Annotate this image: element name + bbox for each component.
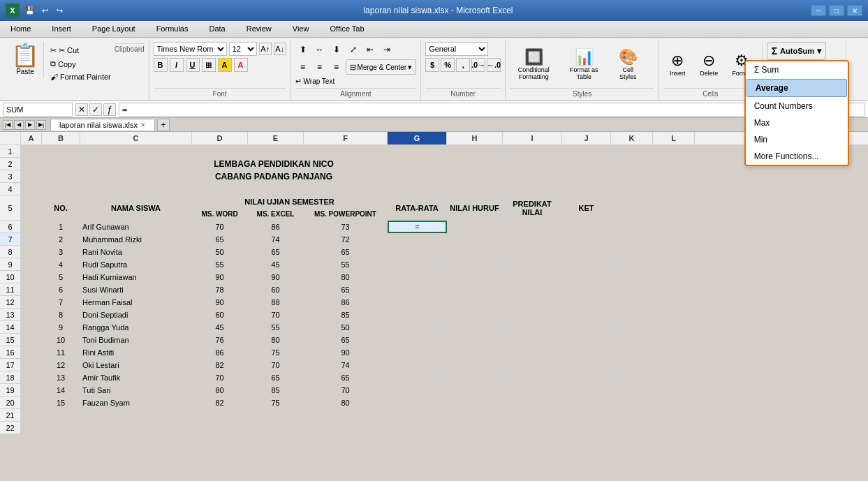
row-header-8[interactable]: 8 (0, 246, 20, 258)
cell-J11[interactable] (562, 271, 611, 283)
orient-btn[interactable]: ⤢ (346, 42, 361, 57)
row-header-18[interactable]: 18 (0, 371, 20, 384)
bold-btn[interactable]: B (154, 58, 168, 72)
cell-G21[interactable] (388, 397, 447, 409)
sheet-tab-close[interactable]: ✕ (140, 121, 146, 128)
cell-D16[interactable]: 76 (192, 334, 248, 346)
cell-B2[interactable] (42, 158, 80, 170)
underline-btn[interactable]: U (186, 58, 200, 72)
cell-D8[interactable]: 65 (192, 233, 248, 246)
cell-I3[interactable] (524, 170, 583, 183)
font-grow-btn[interactable]: A↑ (259, 43, 272, 55)
copy-button[interactable]: ⧉ Copy (47, 58, 115, 70)
row-header-10[interactable]: 10 (0, 271, 20, 283)
cell-A17[interactable] (21, 346, 42, 359)
cell-F11[interactable]: 80 (304, 271, 388, 283)
cell-H2[interactable] (468, 158, 524, 170)
cell-D11[interactable]: 90 (192, 271, 248, 283)
cell-A11[interactable] (21, 271, 42, 283)
dec-decrease-btn[interactable]: ←.0 (487, 58, 501, 72)
tab-data[interactable]: Data (198, 21, 235, 37)
cell-J14[interactable] (562, 309, 611, 321)
cell-G14[interactable] (388, 309, 447, 321)
cell-D13[interactable]: 90 (192, 296, 248, 309)
cell-E19[interactable]: 65 (248, 371, 304, 384)
autosum-button[interactable]: Σ AutoSum ▾ (767, 42, 826, 60)
cell-B18[interactable]: 12 (42, 359, 80, 371)
cell-A2[interactable] (21, 158, 42, 170)
row-header-21[interactable]: 21 (0, 409, 20, 422)
col-header-I[interactable]: I (503, 132, 562, 145)
cell-J10[interactable] (562, 258, 611, 271)
tab-office[interactable]: Office Tab (319, 21, 374, 37)
row-header-3[interactable]: 3 (0, 170, 20, 183)
cell-H14[interactable] (447, 309, 503, 321)
conditional-formatting-btn[interactable]: 🔲 Conditional Formatting (510, 46, 557, 82)
cell-C4[interactable] (80, 183, 192, 195)
cell-A7[interactable] (21, 221, 42, 233)
percent-btn[interactable]: % (441, 58, 455, 72)
cell-F17[interactable]: 90 (304, 346, 388, 359)
cell-B14[interactable]: 8 (42, 309, 80, 321)
row-header-5[interactable]: 5 (0, 195, 20, 221)
cell-E9[interactable]: 65 (248, 246, 304, 258)
cell-J20[interactable] (562, 384, 611, 397)
cell-H1[interactable] (447, 145, 503, 158)
dropdown-max[interactable]: Max (746, 114, 848, 131)
cell-D12[interactable]: 78 (192, 283, 248, 296)
tab-review[interactable]: Review (236, 21, 282, 37)
col-header-D[interactable]: D (192, 132, 248, 145)
col-header-F[interactable]: F (304, 132, 388, 145)
cell-G9[interactable] (388, 246, 447, 258)
confirm-formula-btn[interactable]: ✓ (89, 103, 102, 116)
cell-D10[interactable]: 55 (192, 258, 248, 271)
cell-E15[interactable]: 55 (248, 321, 304, 334)
cell-F8[interactable]: 72 (304, 233, 388, 246)
cut-button[interactable]: ✂ ✂ Cut (47, 45, 115, 57)
cell-C12[interactable]: Susi Winarti (80, 283, 192, 296)
cell-I2[interactable] (524, 158, 583, 170)
close-btn[interactable]: ✕ (847, 5, 862, 16)
row-header-2[interactable]: 2 (0, 158, 20, 170)
tab-last-btn[interactable]: ▶| (36, 120, 46, 130)
row-header-1[interactable]: 1 (0, 145, 20, 158)
cell-E6[interactable]: MS. EXCEL (248, 208, 304, 221)
cell-J1[interactable] (562, 145, 611, 158)
cell-A12[interactable] (21, 283, 42, 296)
cell-D1[interactable] (192, 145, 248, 158)
align-middle-btn[interactable]: ↔ (312, 42, 328, 57)
cell-E20[interactable]: 85 (248, 384, 304, 397)
tab-page-layout[interactable]: Page Layout (82, 21, 146, 37)
row-header-4[interactable]: 4 (0, 183, 20, 195)
align-center-btn[interactable]: ≡ (312, 59, 328, 75)
cell-C9[interactable]: Rani Novita (80, 246, 192, 258)
cell-D18[interactable]: 82 (192, 359, 248, 371)
delete-btn[interactable]: ⊖ Delete (694, 50, 723, 79)
dropdown-average[interactable]: Average (746, 79, 847, 97)
cell-C7[interactable]: Arif Gunawan (80, 221, 192, 233)
cell-C21[interactable]: Fauzan Syam (80, 397, 192, 409)
cell-H21[interactable] (447, 397, 503, 409)
cell-D4[interactable] (192, 183, 248, 195)
cell-H16[interactable] (447, 334, 503, 346)
cell-I13[interactable] (503, 296, 562, 309)
cell-A16[interactable] (21, 334, 42, 346)
cell-G13[interactable] (388, 296, 447, 309)
row-header-19[interactable]: 19 (0, 384, 20, 397)
cell-C13[interactable]: Herman Faisal (80, 296, 192, 309)
font-size-select[interactable]: 12 (229, 42, 257, 56)
undo-quick-btn[interactable]: ↩ (38, 4, 51, 17)
cell-G8[interactable] (388, 233, 447, 246)
cell-styles-btn[interactable]: 🎨 Cell Styles (610, 46, 645, 82)
cell-F6[interactable]: MS. POWERPOINT (304, 208, 388, 221)
sheet-tab[interactable]: laporan nilai siswa.xlsx ✕ (50, 119, 155, 131)
tab-home[interactable]: Home (0, 21, 41, 37)
cell-C19[interactable]: Amir Taufik (80, 371, 192, 384)
tab-prev-btn[interactable]: ◀ (14, 120, 24, 130)
cell-D19[interactable]: 70 (192, 371, 248, 384)
cell-B7[interactable]: 1 (42, 221, 80, 233)
cell-E8[interactable]: 74 (248, 233, 304, 246)
row-header-15[interactable]: 15 (0, 334, 20, 346)
col-header-C[interactable]: C (80, 132, 192, 145)
autosum-dropdown-arrow[interactable]: ▾ (817, 46, 821, 56)
